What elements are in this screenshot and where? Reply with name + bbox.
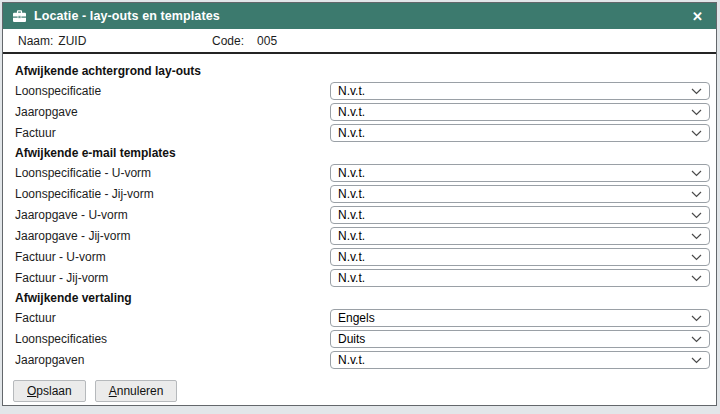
record-header: Naam: ZUID Code: 005	[3, 29, 716, 54]
field-label: Jaaropgave - U-vorm	[15, 208, 330, 222]
chevron-down-icon	[691, 233, 702, 240]
chevron-down-icon	[691, 275, 702, 282]
field-label: Factuur - U-vorm	[15, 250, 330, 264]
field-label: Loonspecificatie - Jij-vorm	[15, 187, 330, 201]
cancel-button[interactable]: Annuleren	[95, 380, 178, 402]
select-value: N.v.t.	[338, 126, 365, 140]
chevron-down-icon	[691, 170, 702, 177]
form-row: Loonspecificatie - U-vorm N.v.t.	[15, 164, 711, 182]
code-value: 005	[257, 34, 277, 48]
select-email-jaaropgave-jijvorm[interactable]: N.v.t.	[330, 227, 710, 245]
field-label: Loonspecificatie	[15, 84, 330, 98]
select-value: N.v.t.	[338, 166, 365, 180]
select-vertaling-jaaropgaven[interactable]: N.v.t.	[330, 351, 710, 369]
form-row: Loonspecificaties Duits	[15, 330, 711, 348]
form-row: Factuur - Jij-vorm N.v.t.	[15, 269, 711, 287]
form-row: Factuur Engels	[15, 309, 711, 327]
select-achtergrond-factuur[interactable]: N.v.t.	[330, 124, 710, 142]
form-row: Jaaropgave - U-vorm N.v.t.	[15, 206, 711, 224]
titlebar[interactable]: Locatie - lay-outs en templates ✕	[3, 3, 716, 29]
chevron-down-icon	[691, 212, 702, 219]
form-row: Jaaropgave N.v.t.	[15, 103, 711, 121]
dialog-content: Afwijkende achtergrond lay-outs Loonspec…	[3, 54, 716, 402]
save-button-label: Opslaan	[27, 384, 72, 398]
briefcase-icon	[12, 10, 27, 23]
select-value: N.v.t.	[338, 229, 365, 243]
field-label: Loonspecificaties	[15, 332, 330, 346]
select-value: N.v.t.	[338, 208, 365, 222]
save-button[interactable]: Opslaan	[13, 380, 86, 402]
select-email-loonspecificatie-jijvorm[interactable]: N.v.t.	[330, 185, 710, 203]
window-title: Locatie - lay-outs en templates	[34, 9, 220, 23]
name-label: Naam:	[18, 34, 53, 48]
select-value: Duits	[338, 332, 365, 346]
select-email-factuur-jijvorm[interactable]: N.v.t.	[330, 269, 710, 287]
code-field: Code: 005	[212, 34, 277, 48]
field-label: Factuur	[15, 126, 330, 140]
cancel-button-label: Annuleren	[109, 384, 164, 398]
dialog-window: Locatie - lay-outs en templates ✕ Naam: …	[2, 2, 717, 406]
close-icon[interactable]: ✕	[689, 8, 706, 25]
button-bar: Opslaan Annuleren	[13, 372, 711, 402]
select-value: N.v.t.	[338, 250, 365, 264]
select-email-factuur-uvorm[interactable]: N.v.t.	[330, 248, 710, 266]
form-row: Factuur - U-vorm N.v.t.	[15, 248, 711, 266]
form-row: Factuur N.v.t.	[15, 124, 711, 142]
select-value: N.v.t.	[338, 271, 365, 285]
field-label: Jaaropgave - Jij-vorm	[15, 229, 330, 243]
select-achtergrond-loonspecificatie[interactable]: N.v.t.	[330, 82, 710, 100]
select-email-jaaropgave-uvorm[interactable]: N.v.t.	[330, 206, 710, 224]
chevron-down-icon	[691, 254, 702, 261]
select-value: N.v.t.	[338, 84, 365, 98]
chevron-down-icon	[691, 357, 702, 364]
chevron-down-icon	[691, 109, 702, 116]
select-achtergrond-jaaropgave[interactable]: N.v.t.	[330, 103, 710, 121]
form-row: Loonspecificatie - Jij-vorm N.v.t.	[15, 185, 711, 203]
field-label: Jaaropgave	[15, 105, 330, 119]
code-label: Code:	[212, 34, 244, 48]
form-row: Jaaropgaven N.v.t.	[15, 351, 711, 369]
name-value: ZUID	[58, 34, 86, 48]
field-label: Factuur - Jij-vorm	[15, 271, 330, 285]
field-label: Loonspecificatie - U-vorm	[15, 166, 330, 180]
form-row: Jaaropgave - Jij-vorm N.v.t.	[15, 227, 711, 245]
section-title-email-templates: Afwijkende e-mail templates	[15, 147, 711, 160]
chevron-down-icon	[691, 88, 702, 95]
chevron-down-icon	[691, 130, 702, 137]
chevron-down-icon	[691, 315, 702, 322]
field-label: Factuur	[15, 311, 330, 325]
section-title-achtergrond-layouts: Afwijkende achtergrond lay-outs	[15, 65, 711, 78]
section-title-vertaling: Afwijkende vertaling	[15, 292, 711, 305]
chevron-down-icon	[691, 191, 702, 198]
form-row: Loonspecificatie N.v.t.	[15, 82, 711, 100]
field-label: Jaaropgaven	[15, 353, 330, 367]
select-value: N.v.t.	[338, 105, 365, 119]
select-value: N.v.t.	[338, 353, 365, 367]
select-value: Engels	[338, 311, 375, 325]
select-email-loonspecificatie-uvorm[interactable]: N.v.t.	[330, 164, 710, 182]
select-vertaling-factuur[interactable]: Engels	[330, 309, 710, 327]
name-field: Naam: ZUID	[18, 34, 212, 48]
select-vertaling-loonspecificaties[interactable]: Duits	[330, 330, 710, 348]
select-value: N.v.t.	[338, 187, 365, 201]
chevron-down-icon	[691, 336, 702, 343]
